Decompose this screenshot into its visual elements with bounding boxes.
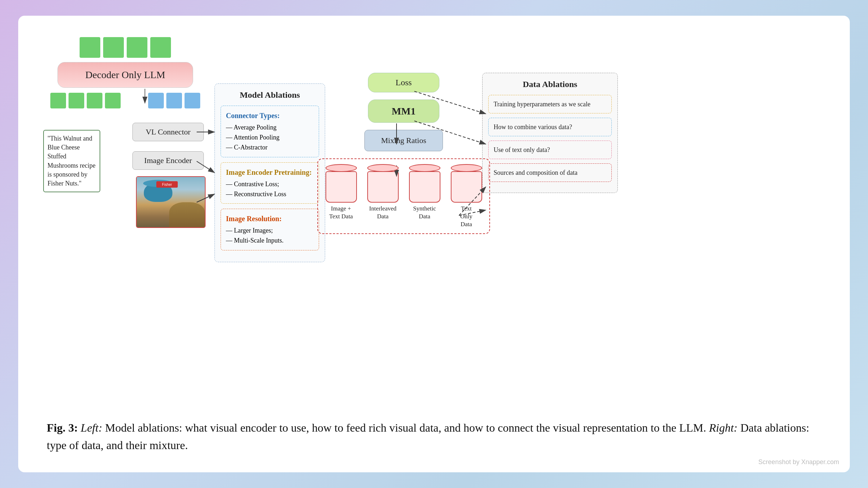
decoder-box: Decoder Only LLM [57,62,193,88]
image-resolution-title: Image Resolution: [226,213,314,224]
blue-squares-small [148,93,200,108]
mm1-label: MM1 [392,106,416,117]
food-image: Fisher [136,176,206,228]
left-section: Decoder Only LLM [40,34,211,262]
cyl-body-3 [409,171,440,203]
image-encoder-label: Image Encoder [144,156,192,165]
bsm-2 [166,93,182,108]
food-img-inner: Fisher [137,177,205,227]
cyl-top-2 [367,164,399,172]
vl-connector-label: VL Connector [146,127,191,137]
cyl-body-1 [326,171,357,203]
connector-item-3: — C-Abstractor [226,143,314,153]
gsm-4 [105,93,121,108]
cylinder-group: Image +Text Data InterleavedData S [317,158,490,234]
image-encoder-pretraining-block: Image Encoder Pretraining: — Contrastive… [221,162,319,204]
data-ablations-box: Data Ablations Training hyperparameters … [482,73,618,193]
cylinder-interleaved: InterleavedData [364,164,402,228]
watermark: Screenshot by Xnapper.com [758,458,839,466]
caption-left-text: Model ablations: what visual encoder to … [105,421,706,434]
resolution-item-2: — Multi-Scale Inputs. [226,236,314,246]
decoder-label: Decoder Only LLM [85,69,165,81]
data-ablation-item-4: Sources and composition of data [488,163,612,182]
caption-fig: Fig. 3: [47,421,78,434]
cyl-top-4 [451,164,482,172]
cyl-body-4 [451,171,482,203]
data-ablation-item-1: Training hyperparameters as we scale [488,95,612,113]
green-square-3 [127,37,147,58]
cylinder-text-only: TextOnlyData [448,164,485,228]
image-encoder-pretraining-title: Image Encoder Pretraining: [226,167,314,178]
cyl-label-4: TextOnlyData [460,205,473,228]
mm1-box: MM1 [368,100,439,123]
green-square-4 [150,37,171,58]
vl-connector-box: VL Connector [132,123,204,141]
cyl-label-1: Image +Text Data [329,205,353,220]
data-ablation-text-1: Training hyperparameters as we scale [494,101,590,108]
cyl-label-3: SyntheticData [413,205,436,220]
right-area: Loss MM1 Mixing Ratios [336,34,828,262]
caption: Fig. 3: Left: Model ablations: what visu… [40,419,828,454]
green-squares-small [50,93,121,108]
middle-row [50,93,200,108]
diagram-area: Decoder Only LLM [40,34,828,262]
data-ablation-text-3: Use of text only data? [494,146,550,153]
text-quote-box: "This Walnut and Blue Cheese Stuffed Mus… [43,130,100,192]
pretraining-item-2: — Reconstructive Loss [226,189,314,199]
data-ablation-text-2: How to combine various data? [494,123,572,131]
pretraining-item-1: — Contrastive Loss; [226,179,314,189]
text-quote: "This Walnut and Blue Cheese Stuffed Mus… [47,135,95,187]
cyl-top-1 [326,164,357,172]
gsm-1 [50,93,66,108]
main-card: Decoder Only LLM [18,16,850,472]
gsm-2 [69,93,84,108]
data-ablation-text-4: Sources and composition of data [494,169,577,176]
loss-box: Loss [368,73,439,92]
connector-types-block: Connector Types: — Average Pooling — Att… [221,106,319,157]
data-ablation-item-2: How to combine various data? [488,118,612,136]
mm1-section: Loss MM1 Mixing Ratios [336,34,471,262]
mixing-ratios-box: Mixing Ratios [364,130,443,151]
gsm-3 [87,93,102,108]
image-encoder-box: Image Encoder [132,151,204,170]
cylinder-synthetic: SyntheticData [406,164,443,228]
ablations-section: Model Ablations Connector Types: — Avera… [211,34,325,262]
image-resolution-block: Image Resolution: — Larger Images; — Mul… [221,209,319,250]
data-ablations-panel: Data Ablations Training hyperparameters … [482,34,618,262]
connector-types-title: Connector Types: [226,110,314,121]
green-squares-top [80,37,171,58]
cylinder-image-text: Image +Text Data [322,164,360,228]
bsm-3 [185,93,200,108]
loss-label: Loss [395,78,412,87]
caption-right-italic: Right: [709,421,738,434]
ablations-title: Model Ablations [221,90,319,100]
connector-item-1: — Average Pooling [226,123,314,133]
resolution-item-1: — Larger Images; [226,226,314,236]
green-square-1 [80,37,100,58]
bsm-1 [148,93,164,108]
diagram-wrapper: Decoder Only LLM [40,34,828,405]
green-square-2 [103,37,124,58]
mixing-ratios-label: Mixing Ratios [381,136,427,145]
cyl-top-3 [409,164,440,172]
ablations-panel: Model Ablations Connector Types: — Avera… [215,83,325,262]
data-ablations-title: Data Ablations [488,80,612,89]
cyl-label-2: InterleavedData [369,205,396,220]
caption-left-italic: Left: [81,421,102,434]
connector-item-2: — Attention Pooling [226,133,314,143]
data-ablation-item-3: Use of text only data? [488,141,612,159]
cyl-body-2 [367,171,399,203]
